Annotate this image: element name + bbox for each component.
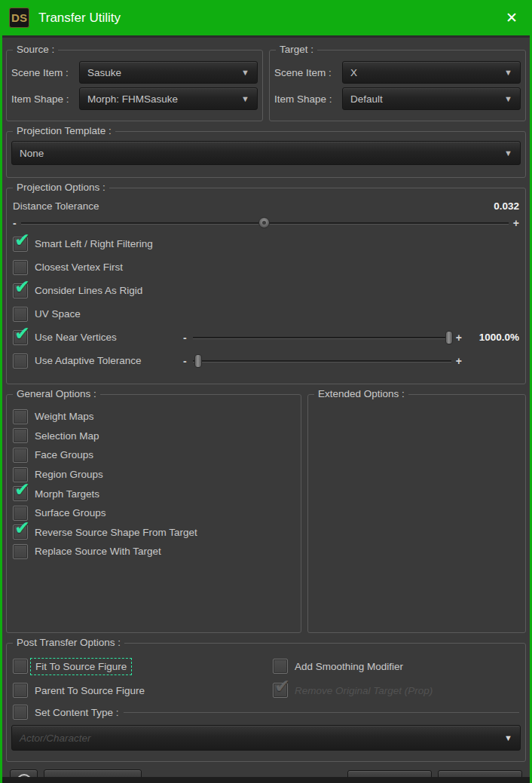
reverse-source-shape-label[interactable]: Reverse Source Shape From Target (35, 527, 197, 538)
parent-to-source-figure-checkbox[interactable] (13, 683, 28, 698)
near-vertices-slider-track[interactable] (193, 330, 451, 345)
accept-button[interactable]: Accept (347, 770, 432, 778)
post-transfer-options-group: Post Transfer Options : Fit To Source Fi… (6, 643, 526, 762)
target-scene-item-value: X (350, 67, 498, 78)
window-title: Transfer Utility (38, 11, 121, 26)
close-icon[interactable]: ✕ (500, 7, 523, 29)
set-content-type-divider (124, 712, 519, 713)
help-button[interactable]: ? (10, 769, 38, 777)
use-near-vertices-label[interactable]: Use Near Vertices (35, 332, 183, 343)
selection-map-label[interactable]: Selection Map (35, 430, 99, 442)
window-bottom-border (2, 777, 530, 783)
closest-vertex-first-checkbox[interactable] (13, 260, 28, 275)
add-smoothing-modifier-label[interactable]: Add Smoothing Modifier (295, 661, 403, 672)
reverse-source-shape-checkbox[interactable] (13, 525, 28, 540)
consider-lines-as-rigid-label[interactable]: Consider Lines As Rigid (35, 285, 142, 296)
weight-maps-checkbox[interactable] (13, 409, 28, 424)
use-adaptive-tolerance-checkbox[interactable] (13, 353, 28, 369)
weight-maps-label[interactable]: Weight Maps (35, 411, 94, 422)
adaptive-tolerance-slider-track[interactable] (193, 353, 451, 369)
closest-vertex-first-label[interactable]: Closest Vertex First (35, 262, 123, 273)
replace-source-checkbox[interactable] (13, 544, 28, 559)
smart-left-right-filtering-checkbox[interactable] (13, 237, 28, 252)
general-options-group: General Options : Weight Maps Selection … (6, 394, 301, 633)
target-group-label: Target : (276, 44, 317, 55)
parent-to-source-figure-label[interactable]: Parent To Source Figure (35, 685, 145, 696)
fit-to-source-figure-label[interactable]: Fit To Source Figure (30, 658, 132, 675)
surface-groups-label[interactable]: Surface Groups (35, 507, 106, 518)
target-item-shape-label: Item Shape : (274, 93, 342, 105)
daz-studio-logo-icon: DS (9, 8, 29, 28)
uv-space-label[interactable]: UV Space (35, 308, 81, 320)
replace-source-label[interactable]: Replace Source With Target (35, 546, 161, 557)
transfer-utility-dialog: DS Transfer Utility ✕ Source : Scene Ite… (0, 0, 532, 783)
extended-options-group: Extended Options : (307, 394, 526, 633)
title-bar: DS Transfer Utility ✕ (0, 0, 532, 35)
target-item-shape-dropdown[interactable]: Default ▼ (342, 87, 521, 110)
distance-tolerance-value[interactable]: 0.032 (494, 200, 519, 212)
chevron-down-icon: ▼ (241, 94, 249, 103)
slider-minus-button[interactable]: - (13, 218, 17, 228)
remove-original-target-checkbox (273, 683, 288, 698)
consider-lines-as-rigid-checkbox[interactable] (13, 283, 28, 298)
face-groups-checkbox[interactable] (13, 448, 28, 463)
source-scene-item-value: Sasuke (87, 67, 235, 78)
slider-minus-button[interactable]: - (183, 356, 187, 366)
target-item-shape-value: Default (350, 93, 498, 105)
use-adaptive-tolerance-label[interactable]: Use Adaptive Tolerance (35, 355, 183, 366)
chevron-down-icon: ▼ (504, 733, 512, 742)
hide-options-button[interactable]: Hide Options << (44, 769, 142, 777)
set-content-type-label[interactable]: Set Content Type : (35, 707, 119, 718)
slider-plus-button[interactable]: + (456, 356, 462, 366)
source-item-shape-value: Morph: FHMSasuke (87, 93, 235, 105)
cancel-button[interactable]: Cancel (438, 770, 522, 778)
source-item-shape-dropdown[interactable]: Morph: FHMSasuke ▼ (79, 87, 258, 110)
slider-plus-button[interactable]: + (456, 332, 462, 343)
near-vertices-slider-handle[interactable] (445, 331, 453, 344)
near-vertices-value[interactable]: 1000.0% (462, 332, 519, 343)
uv-space-checkbox[interactable] (13, 307, 28, 322)
source-item-shape-label: Item Shape : (11, 93, 79, 105)
projection-template-value: None (20, 148, 498, 159)
chevron-down-icon: ▼ (504, 68, 512, 77)
face-groups-label[interactable]: Face Groups (35, 449, 93, 460)
use-near-vertices-checkbox[interactable] (13, 330, 28, 345)
chevron-down-icon: ▼ (504, 94, 512, 103)
projection-template-group: Projection Template : None ▼ (6, 131, 526, 178)
dialog-body: Source : Scene Item : Sasuke ▼ Item Shap… (2, 35, 530, 777)
region-groups-label[interactable]: Region Groups (35, 469, 103, 480)
projection-options-group: Projection Options : Distance Tolerance … (6, 188, 526, 384)
target-scene-item-label: Scene Item : (274, 67, 342, 78)
chevron-down-icon: ▼ (241, 68, 249, 77)
slider-minus-button[interactable]: - (183, 332, 187, 343)
selection-map-checkbox[interactable] (13, 428, 28, 443)
distance-tolerance-slider-handle[interactable] (258, 217, 270, 228)
projection-template-dropdown[interactable]: None ▼ (11, 141, 521, 165)
extended-options-label: Extended Options : (314, 388, 408, 399)
content-type-dropdown: Actor/Character ▼ (11, 725, 521, 751)
projection-options-label: Projection Options : (13, 182, 109, 193)
footer-bar: ? Hide Options << Accept Cancel (6, 762, 526, 777)
distance-tolerance-slider: - + (7, 214, 525, 232)
general-options-label: General Options : (13, 388, 100, 399)
fit-to-source-figure-checkbox[interactable] (13, 659, 28, 674)
source-scene-item-label: Scene Item : (11, 67, 79, 78)
post-transfer-options-label: Post Transfer Options : (13, 637, 124, 648)
morph-targets-label[interactable]: Morph Targets (35, 488, 99, 500)
content-type-value: Actor/Character (20, 733, 498, 744)
add-smoothing-modifier-checkbox[interactable] (273, 659, 288, 674)
remove-original-target-label: Remove Original Target (Prop) (295, 685, 433, 696)
adaptive-tolerance-slider-handle[interactable] (194, 354, 202, 368)
distance-tolerance-slider-track[interactable] (21, 216, 509, 231)
source-scene-item-dropdown[interactable]: Sasuke ▼ (79, 61, 258, 84)
chevron-down-icon: ▼ (504, 148, 512, 158)
source-group: Source : Scene Item : Sasuke ▼ Item Shap… (6, 50, 263, 121)
slider-plus-button[interactable]: + (513, 218, 519, 228)
target-scene-item-dropdown[interactable]: X ▼ (342, 61, 521, 84)
morph-targets-checkbox[interactable] (13, 486, 28, 501)
source-group-label: Source : (13, 44, 58, 55)
smart-left-right-filtering-label[interactable]: Smart Left / Right Filtering (35, 238, 153, 249)
projection-template-label: Projection Template : (13, 125, 115, 136)
set-content-type-checkbox[interactable] (13, 705, 28, 720)
help-icon: ? (17, 774, 32, 778)
